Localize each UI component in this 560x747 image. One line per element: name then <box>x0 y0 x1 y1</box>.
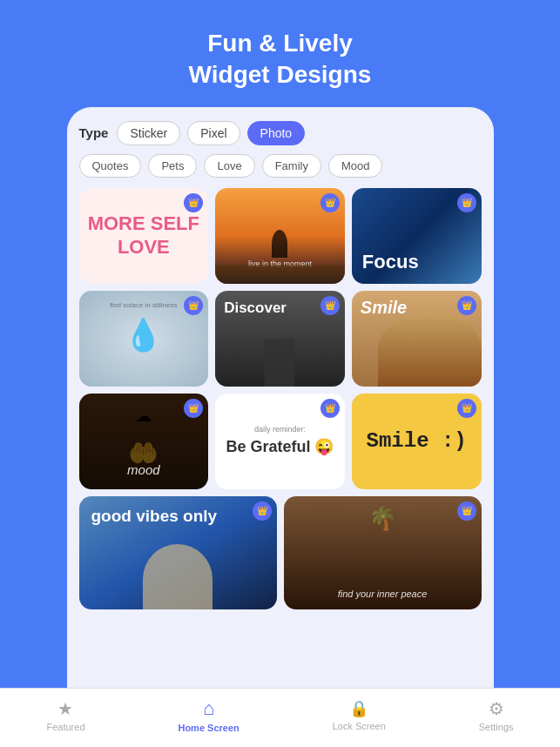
widget-focus[interactable]: 👑 Focus <box>352 188 482 284</box>
home-label: Home Screen <box>178 723 239 733</box>
water-icon: 💧 <box>124 317 163 353</box>
widget-mood[interactable]: 👑 mood ☁ 🤲 <box>79 394 209 489</box>
premium-badge: 👑 <box>184 193 203 212</box>
widget-goodvibes[interactable]: 👑 good vibes only <box>79 496 277 609</box>
lock-icon: 🔒 <box>349 699 368 718</box>
premium-badge: 👑 <box>184 296 203 315</box>
filter-chip-photo[interactable]: Photo <box>247 121 306 145</box>
premium-badge: 👑 <box>184 399 203 418</box>
surfer-silhouette <box>272 230 287 258</box>
ground-overlay <box>215 265 345 284</box>
premium-badge: 👑 <box>320 296 340 315</box>
premium-badge: 👑 <box>457 193 476 212</box>
premium-badge: 👑 <box>457 501 476 521</box>
discover-figure <box>265 339 295 387</box>
widget-grateful[interactable]: 👑 daily reminder: Be Grateful 😜 <box>215 394 345 489</box>
filter-chip-sticker[interactable]: Sticker <box>117 121 180 145</box>
premium-badge: 👑 <box>253 501 272 521</box>
nav-item-lock[interactable]: 🔒 Lock Screen <box>333 699 386 731</box>
widget-surfer[interactable]: 👑 live in the moment <box>215 188 345 284</box>
category-chip-love[interactable]: Love <box>204 154 254 178</box>
premium-badge: 👑 <box>320 399 340 418</box>
premium-badge: 👑 <box>457 399 476 418</box>
widget-grid-row3: 👑 mood ☁ 🤲 👑 daily reminder: Be Grateful… <box>79 394 482 489</box>
innerpeace-text: find your inner peace <box>284 589 482 599</box>
grateful-text: Be Grateful 😜 <box>226 437 334 457</box>
widget-grid-row1: 👑 MORE SELF LOVE 👑 live in the moment 👑 … <box>79 188 482 284</box>
home-icon: ⌂ <box>203 697 214 720</box>
palm-icon: 🌴 <box>368 505 396 532</box>
widget-smile-photo[interactable]: 👑 Smile <box>352 291 482 387</box>
goodvibes-person <box>79 544 277 609</box>
premium-badge: 👑 <box>457 296 476 315</box>
filter-chip-pixel[interactable]: Pixel <box>187 121 240 145</box>
discover-text: Discover <box>224 299 287 317</box>
lock-label: Lock Screen <box>333 721 386 731</box>
category-row: Quotes Pets Love Family Mood <box>79 154 482 178</box>
featured-label: Featured <box>46 722 84 732</box>
category-chip-mood[interactable]: Mood <box>328 154 383 178</box>
widget-selflove[interactable]: 👑 MORE SELF LOVE <box>79 188 209 284</box>
widget-water[interactable]: 👑 💧 find solace in stillness <box>79 291 209 387</box>
category-chip-quotes[interactable]: Quotes <box>79 154 142 178</box>
hand-icon: 🤲 <box>128 438 159 467</box>
category-chip-pets[interactable]: Pets <box>148 154 197 178</box>
featured-icon: ★ <box>57 698 73 719</box>
selflove-text: MORE SELF LOVE <box>79 212 209 259</box>
smile-photo-text: Smile <box>361 298 407 318</box>
focus-text: Focus <box>362 251 419 273</box>
grateful-reminder: daily reminder: <box>226 425 334 434</box>
widget-innerpeace[interactable]: 👑 🌴 find your inner peace <box>284 496 482 609</box>
category-chip-family[interactable]: Family <box>262 154 321 178</box>
nav-item-featured[interactable]: ★ Featured <box>46 698 84 732</box>
widget-discover[interactable]: 👑 Discover <box>215 291 345 387</box>
smile-yellow-text: Smile :) <box>367 429 467 453</box>
widget-smile-yellow[interactable]: 👑 Smile :) <box>352 394 482 489</box>
type-label: Type <box>79 125 109 140</box>
settings-icon: ⚙ <box>489 698 504 719</box>
widget-grid-row2: 👑 💧 find solace in stillness 👑 Discover … <box>79 291 482 387</box>
bottom-nav: ★ Featured ⌂ Home Screen 🔒 Lock Screen ⚙… <box>0 688 560 747</box>
nav-item-home[interactable]: ⌂ Home Screen <box>178 697 239 733</box>
smile-person-figure <box>378 313 482 387</box>
main-card: Type Sticker Pixel Photo Quotes Pets Lov… <box>67 107 494 747</box>
goodvibes-text: good vibes only <box>91 507 218 527</box>
filter-row: Type Sticker Pixel Photo <box>79 121 482 145</box>
settings-label: Settings <box>479 722 514 732</box>
nav-item-settings[interactable]: ⚙ Settings <box>479 698 514 732</box>
widget-grid-row4: 👑 good vibes only 👑 🌴 find your inner pe… <box>79 496 482 609</box>
mood-icon: ☁ <box>136 407 152 426</box>
header-title: Fun & Lively Widget Designs <box>189 28 372 91</box>
premium-badge: 👑 <box>320 193 340 212</box>
